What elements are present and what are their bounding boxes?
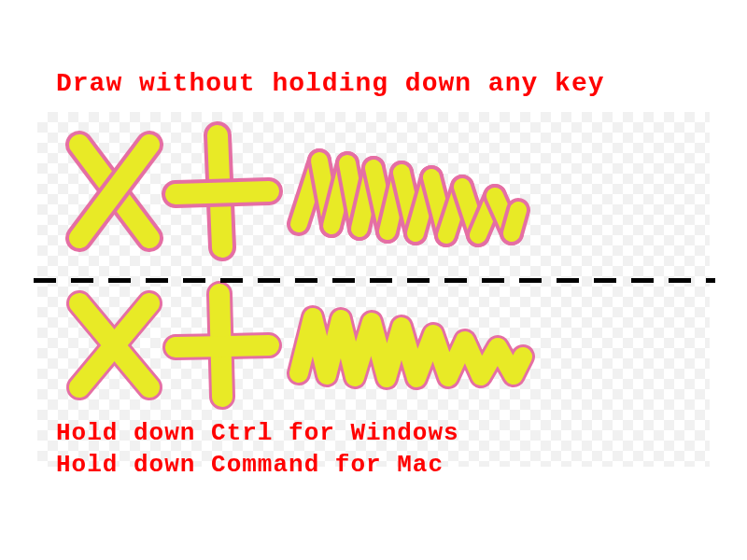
caption-windows-line: Hold down Ctrl for Windows xyxy=(56,419,459,447)
caption-with-key: Hold down Ctrl for Windows Hold down Com… xyxy=(56,418,459,482)
transparency-checker-canvas xyxy=(37,112,710,467)
divider-dashed-line xyxy=(34,278,715,283)
caption-no-key: Draw without holding down any key xyxy=(56,69,605,98)
caption-mac-line: Hold down Command for Mac xyxy=(56,451,444,479)
